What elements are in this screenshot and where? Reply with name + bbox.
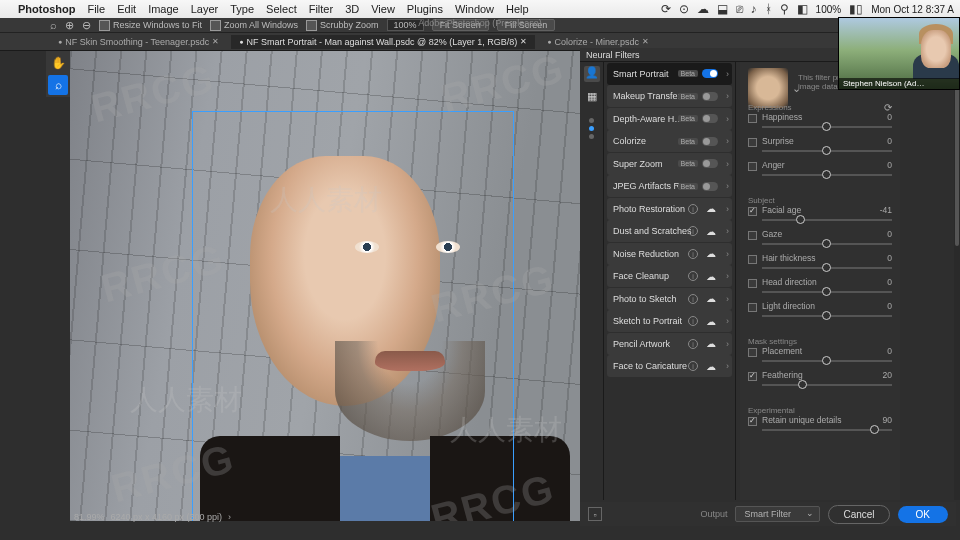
slider-checkbox[interactable]: [748, 303, 757, 312]
menubar-battery[interactable]: 100%: [816, 4, 842, 15]
menu-image[interactable]: Image: [148, 3, 179, 15]
menubar-icon[interactable]: ⬓: [717, 2, 728, 16]
face-thumbnail[interactable]: [748, 68, 788, 108]
download-icon[interactable]: ☁: [706, 271, 716, 282]
slider-checkbox[interactable]: [748, 348, 757, 357]
zoom-value-input[interactable]: 100%: [387, 19, 424, 31]
preview-toggle-icon[interactable]: ▫: [588, 507, 602, 521]
slider-thumb[interactable]: [796, 215, 805, 224]
slider-thumb[interactable]: [822, 239, 831, 248]
menubar-icon[interactable]: ⟳: [661, 2, 671, 16]
zoom-all-checkbox[interactable]: Zoom All Windows: [210, 20, 298, 31]
menubar-bluetooth-icon[interactable]: ᚼ: [765, 2, 772, 16]
scrollbar[interactable]: [954, 62, 960, 500]
info-icon[interactable]: i: [688, 361, 698, 371]
slider-checkbox[interactable]: [748, 231, 757, 240]
download-icon[interactable]: ☁: [706, 226, 716, 237]
filter-row[interactable]: Smart PortraitBeta›: [607, 63, 732, 85]
ok-button[interactable]: OK: [898, 506, 948, 523]
scrubby-zoom-checkbox[interactable]: Scrubby Zoom: [306, 20, 379, 31]
cancel-button[interactable]: Cancel: [828, 505, 889, 524]
info-icon[interactable]: i: [688, 249, 698, 259]
menu-type[interactable]: Type: [230, 3, 254, 15]
download-icon[interactable]: ☁: [706, 316, 716, 327]
slider-thumb[interactable]: [822, 287, 831, 296]
menubar-wifi-icon[interactable]: ⚲: [780, 2, 789, 16]
info-icon[interactable]: i: [688, 226, 698, 236]
menu-edit[interactable]: Edit: [117, 3, 136, 15]
filter-row[interactable]: Pencil Artworki☁›: [607, 333, 732, 355]
filter-row[interactable]: JPEG Artifacts R…Beta›: [607, 175, 732, 197]
menubar-icon[interactable]: ◧: [797, 2, 808, 16]
slider-checkbox[interactable]: [748, 138, 757, 147]
slider-checkbox[interactable]: [748, 207, 757, 216]
output-select[interactable]: Smart Filter: [735, 506, 820, 522]
filter-toggle[interactable]: [702, 92, 718, 101]
info-icon[interactable]: i: [688, 271, 698, 281]
info-icon[interactable]: i: [688, 294, 698, 304]
filter-row[interactable]: Photo to Sketchi☁›: [607, 288, 732, 310]
download-icon[interactable]: ☁: [706, 248, 716, 259]
menubar-icon[interactable]: ⊙: [679, 2, 689, 16]
menu-view[interactable]: View: [371, 3, 395, 15]
document-tab[interactable]: NF Skin Smoothing - Teenager.psdc✕: [50, 35, 227, 49]
zoom-in-icon[interactable]: ⊕: [65, 19, 74, 32]
menu-3d[interactable]: 3D: [345, 3, 359, 15]
menubar-battery-icon[interactable]: ▮▯: [849, 2, 863, 16]
filter-row[interactable]: Face to Caricaturei☁›: [607, 355, 732, 377]
slider-thumb[interactable]: [822, 311, 831, 320]
zoom-readout[interactable]: 81.99%: [74, 512, 105, 522]
menu-layer[interactable]: Layer: [191, 3, 219, 15]
slider-thumb[interactable]: [822, 122, 831, 131]
menu-file[interactable]: File: [87, 3, 105, 15]
filter-row[interactable]: Dust and Scratchesi☁›: [607, 220, 732, 242]
filter-toggle[interactable]: [702, 114, 718, 123]
slider-thumb[interactable]: [822, 356, 831, 365]
menubar-icon[interactable]: ⎚: [736, 2, 743, 16]
menu-window[interactable]: Window: [455, 3, 494, 15]
resize-windows-checkbox[interactable]: Resize Windows to Fit: [99, 20, 202, 31]
slider-checkbox[interactable]: [748, 162, 757, 171]
filter-toggle[interactable]: [702, 69, 718, 78]
slider-track[interactable]: [762, 384, 892, 386]
filter-row[interactable]: Noise Reductioni☁›: [607, 243, 732, 265]
info-icon[interactable]: i: [688, 316, 698, 326]
filter-row[interactable]: ColorizeBeta›: [607, 130, 732, 152]
filter-toggle[interactable]: [702, 137, 718, 146]
slider-checkbox[interactable]: [748, 372, 757, 381]
filter-toggle[interactable]: [702, 159, 718, 168]
download-icon[interactable]: ☁: [706, 361, 716, 372]
hand-tool-icon[interactable]: ✋: [48, 53, 68, 73]
menubar-datetime[interactable]: Mon Oct 12 8:37 A: [871, 4, 954, 15]
slider-track[interactable]: [762, 219, 892, 221]
document-tab[interactable]: NF Smart Portrait - Man against Wall.psd…: [231, 35, 535, 49]
slider-thumb[interactable]: [822, 146, 831, 155]
filter-row[interactable]: Sketch to Portraiti☁›: [607, 310, 732, 332]
menu-help[interactable]: Help: [506, 3, 529, 15]
slider-thumb[interactable]: [822, 170, 831, 179]
app-menu[interactable]: Photoshop: [18, 3, 75, 15]
slider-thumb[interactable]: [798, 380, 807, 389]
download-icon[interactable]: ☁: [706, 203, 716, 214]
slider-thumb[interactable]: [870, 425, 879, 434]
menu-filter[interactable]: Filter: [309, 3, 333, 15]
filter-row[interactable]: Makeup TransferBeta›: [607, 85, 732, 107]
slider-checkbox[interactable]: [748, 279, 757, 288]
portrait-category-icon[interactable]: 👤: [584, 66, 600, 82]
slider-checkbox[interactable]: [748, 417, 757, 426]
slider-thumb[interactable]: [822, 263, 831, 272]
filter-toggle[interactable]: [702, 182, 718, 191]
fill-screen-button[interactable]: Fill Screen: [497, 19, 556, 31]
filter-row[interactable]: Super ZoomBeta›: [607, 153, 732, 175]
zoom-tool-icon[interactable]: ⌕: [50, 19, 57, 31]
menubar-icon[interactable]: ♪: [751, 2, 757, 16]
filter-row[interactable]: Depth-Aware H…Beta›: [607, 108, 732, 130]
chevron-right-icon[interactable]: ›: [228, 512, 231, 522]
download-icon[interactable]: ☁: [706, 338, 716, 349]
zoom-tool-icon[interactable]: ⌕: [48, 75, 68, 95]
filter-row[interactable]: Face Cleanupi☁›: [607, 265, 732, 287]
menu-select[interactable]: Select: [266, 3, 297, 15]
menu-plugins[interactable]: Plugins: [407, 3, 443, 15]
zoom-out-icon[interactable]: ⊖: [82, 19, 91, 32]
fit-screen-button[interactable]: Fit Screen: [432, 19, 489, 31]
